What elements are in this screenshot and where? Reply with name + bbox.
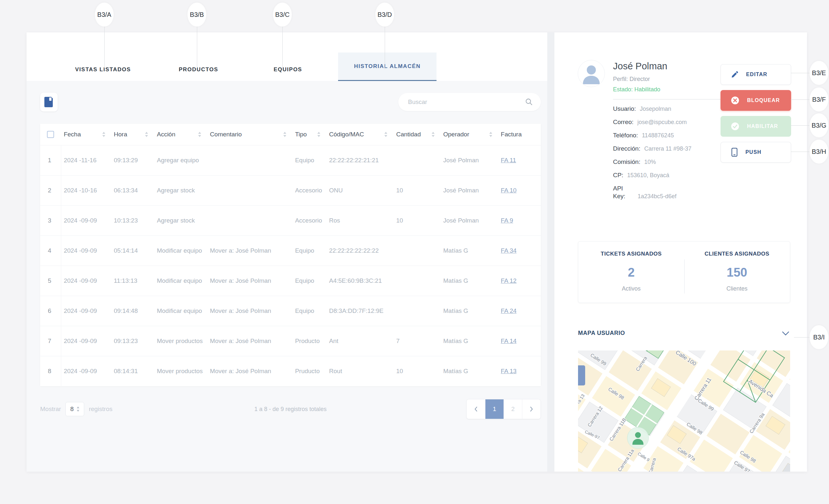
sort-icon[interactable]	[145, 132, 148, 137]
column-header-factura[interactable]: Factura	[498, 131, 541, 138]
search-input[interactable]	[408, 99, 525, 106]
spinner-arrows-icon[interactable]	[76, 406, 80, 412]
chevron-down-icon[interactable]	[781, 330, 790, 336]
cell-fecha: 2024 -10-16	[61, 187, 111, 194]
map-canvas: Calle 99CarreraCalle 100Carrera 11Avenid…	[578, 351, 790, 472]
user-details: Usuario:JosepolmanCorreo:jose@ispcube.co…	[613, 105, 720, 206]
factura-link[interactable]: FA 34	[501, 247, 517, 254]
column-label: Comentario	[210, 131, 242, 138]
cell-operador: Matías G	[441, 277, 498, 284]
cell-fecha: 2024 -09-09	[61, 277, 111, 284]
page-size-value: 8	[70, 405, 74, 413]
editar-button[interactable]: EDITAR	[721, 64, 791, 85]
cell-cantidad: 7	[393, 337, 440, 345]
column-header-comentario[interactable]: Comentario	[207, 131, 292, 138]
cell-accion: Mover productos	[154, 337, 207, 345]
column-label: Cantidad	[396, 131, 421, 138]
factura-link[interactable]: FA 9	[501, 217, 513, 224]
detail-value: 153610, Boyacá	[627, 171, 669, 179]
column-label: Código/MAC	[329, 131, 364, 138]
push-button[interactable]: PUSH	[721, 142, 791, 163]
cell-operador: José Polman	[441, 157, 498, 164]
tab-productos[interactable]: PRODUCTOS	[179, 66, 218, 73]
table-row: 52024 -09-0911:13:13Modificar equipoMove…	[40, 265, 541, 296]
column-header-fecha[interactable]: Fecha	[61, 131, 111, 138]
prev-page-button[interactable]	[467, 399, 485, 419]
detail-row: CP:153610, Boyacá	[613, 171, 720, 179]
tab-historial-almacen[interactable]: HISTORIAL ALMACÉN	[338, 52, 436, 81]
sort-icon[interactable]	[198, 132, 202, 137]
next-page-button[interactable]	[522, 399, 540, 419]
table-row: 22024 -10-1606:13:34Agregar stockAccesor…	[40, 175, 541, 205]
habilitar-label: HABILITAR	[747, 123, 778, 129]
cell-codigo: 22:22:22:22:21:21	[326, 157, 393, 164]
factura-link[interactable]: FA 24	[501, 308, 517, 314]
column-header-cantidad[interactable]: Cantidad	[393, 131, 440, 138]
column-header-hora[interactable]: Hora	[111, 131, 154, 138]
factura-link[interactable]: FA 13	[501, 368, 517, 374]
cell-cantidad: 10	[393, 217, 440, 224]
avatar	[578, 60, 605, 87]
select-all-checkbox[interactable]	[47, 131, 54, 138]
user-map[interactable]: Calle 99CarreraCalle 100Carrera 11Avenid…	[578, 351, 790, 472]
detail-value: 1a234bc5-d6ef	[638, 192, 677, 200]
cell-comentario: Mover a: José Polman	[207, 277, 292, 284]
callout-line	[791, 73, 810, 73]
circle-x-icon	[731, 96, 739, 105]
column-label: Operador	[443, 131, 469, 138]
cell-accion: Agregar stock	[154, 217, 207, 224]
page-2-button[interactable]: 2	[504, 399, 522, 419]
user-location-marker[interactable]	[627, 427, 649, 448]
pencil-icon	[731, 71, 738, 78]
sort-icon[interactable]	[317, 132, 321, 137]
cell-comentario: Mover a: José Polman	[207, 368, 292, 375]
column-header-c-digo-mac[interactable]: Código/MAC	[326, 131, 393, 138]
save-button[interactable]	[40, 93, 58, 111]
map-control[interactable]	[578, 365, 585, 386]
sort-icon[interactable]	[431, 132, 435, 137]
cell-codigo: D8:3A:DD:7F:12:9E	[326, 308, 393, 315]
cell-num: 8	[40, 356, 61, 386]
cell-hora: 11:13:13	[111, 277, 154, 284]
callout-line	[385, 27, 385, 69]
column-header-operador[interactable]: Operador	[441, 131, 498, 138]
cell-accion: Agregar equipo	[154, 157, 207, 164]
cell-factura: FA 12	[498, 277, 541, 284]
user-name: José Polman	[613, 61, 668, 72]
callout-line	[794, 337, 810, 337]
bloquear-button[interactable]: BLOQUEAR	[721, 90, 791, 111]
habilitar-button[interactable]: HABILITAR	[721, 116, 791, 137]
column-header-acci-n[interactable]: Acción	[154, 131, 207, 138]
factura-link[interactable]: FA 12	[501, 277, 517, 284]
detail-value: Josepolman	[640, 105, 671, 113]
select-all-cell[interactable]	[40, 131, 61, 138]
detail-value: 10%	[644, 158, 656, 166]
detail-label: Comisión:	[613, 158, 640, 166]
search-icon[interactable]	[525, 98, 533, 106]
cell-factura: FA 9	[498, 217, 541, 224]
detail-value: jose@ispcube.com	[637, 118, 686, 126]
callout-line	[104, 27, 105, 68]
cell-fecha: 2024 -09-09	[61, 368, 111, 375]
cell-tipo: Equipo	[292, 247, 326, 254]
tab-vistas-listados[interactable]: VISTAS LISTADOS	[75, 66, 131, 73]
cell-fecha: 2024 -09-09	[61, 337, 111, 345]
page-size-input[interactable]: 8	[65, 402, 84, 416]
tab-equipos[interactable]: EQUIPOS	[274, 66, 302, 73]
factura-link[interactable]: FA 14	[501, 337, 517, 344]
page-1-button[interactable]: 1	[485, 399, 504, 419]
registros-label: registros	[89, 405, 112, 413]
editar-label: EDITAR	[746, 72, 767, 77]
callout-line	[791, 100, 810, 100]
sort-icon[interactable]	[489, 132, 493, 137]
table-row: 12024 -11-1609:13:29Agregar equipoEquipo…	[40, 145, 541, 175]
sort-icon[interactable]	[102, 132, 106, 137]
chevron-left-icon	[474, 406, 478, 412]
factura-link[interactable]: FA 11	[501, 157, 516, 164]
person-icon	[578, 60, 605, 87]
sort-icon[interactable]	[283, 132, 287, 137]
factura-link[interactable]: FA 10	[501, 187, 517, 194]
sort-icon[interactable]	[384, 132, 388, 137]
cell-factura: FA 10	[498, 187, 541, 194]
column-header-tipo[interactable]: Tipo	[292, 131, 326, 138]
